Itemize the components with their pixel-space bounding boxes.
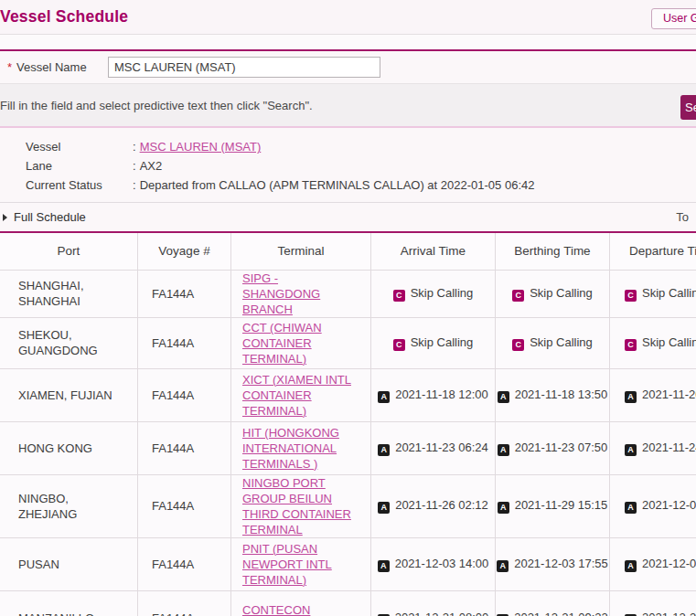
time-text: 2021-12-06 0: [642, 557, 696, 570]
schedule-time-cell: CSkip Calling: [371, 270, 496, 317]
vessel-summary: Vessel : MSC LAUREN (MSAT) Lane : AX2 Cu…: [0, 128, 696, 203]
column-header-departure-time: Departure Time: [610, 232, 696, 270]
current-status-value: Departed from CALLAO (APM TERMINALS CALL…: [140, 175, 535, 195]
schedule-row: SHANGHAI, SHANGHAIFA144ASIPG - SHANGDONG…: [0, 270, 696, 317]
search-button[interactable]: Se: [680, 95, 696, 120]
skip-calling-icon: C: [625, 339, 637, 351]
schedule-row: MANZANILLOFA144ACONTECON MANZANILLOA2021…: [0, 590, 696, 616]
triangle-right-icon: [3, 214, 7, 221]
actual-time-icon: A: [625, 444, 637, 456]
time-text: 2021-12-21 09:22: [514, 611, 608, 616]
skip-calling-icon: C: [512, 290, 524, 302]
full-schedule-toggle[interactable]: Full Schedule To: [0, 203, 696, 231]
time-text: Skip Calling: [642, 335, 696, 349]
summary-separator: :: [133, 175, 136, 195]
time-text: 2021-11-23 07:50: [515, 441, 608, 454]
skip-calling-icon: C: [393, 339, 405, 351]
voyage-cell: FA144A: [138, 474, 231, 537]
schedule-time-cell: A2021-12-06 0: [610, 537, 696, 590]
terminal-cell: HIT (HONGKONG INTERNATIONAL TERMINALS ): [231, 421, 371, 474]
actual-time-icon: A: [497, 560, 509, 572]
schedule-time-cell: CSkip Calling: [496, 317, 610, 368]
time-text: 2021-12-03 17:55: [514, 557, 608, 570]
terminal-link[interactable]: CCT (CHIWAN CONTAINER TERMINAL): [242, 321, 322, 366]
vessel-name-input[interactable]: [108, 57, 380, 78]
terminal-link[interactable]: CONTECON MANZANILLO: [242, 603, 318, 616]
voyage-cell: FA144A: [138, 270, 231, 317]
actual-time-icon: A: [625, 391, 637, 403]
instruction-text: Fill in the field and select predictive …: [0, 99, 313, 112]
time-text: 2021-11-29 15:15: [515, 498, 608, 512]
time-text: Skip Calling: [530, 335, 593, 349]
schedule-time-cell: A2021-12-21 09:22: [496, 590, 610, 616]
port-cell: NINGBO, ZHEJIANG: [0, 474, 138, 537]
schedule-row: PUSANFA144APNIT (PUSAN NEWPORT INTL TERM…: [0, 537, 696, 590]
time-text: 2021-12-23 1: [642, 611, 696, 616]
terminal-link[interactable]: NINGBO PORT GROUP BEILUN THIRD CONTAINER…: [242, 476, 351, 536]
time-text: Skip Calling: [411, 335, 474, 349]
port-cell: MANZANILLO: [0, 590, 138, 616]
actual-time-icon: A: [498, 444, 509, 456]
port-cell: SHANGHAI, SHANGHAI: [0, 270, 138, 317]
summary-separator: :: [133, 156, 136, 175]
terminal-cell: SIPG - SHANGDONG BRANCH: [231, 270, 371, 317]
summary-label: Lane: [26, 156, 133, 175]
actual-time-icon: A: [625, 560, 637, 572]
time-text: 2021-11-20 1: [642, 388, 696, 401]
schedule-time-cell: A2021-11-26 02:12: [371, 474, 496, 537]
time-text: 2021-11-23 06:24: [395, 441, 488, 454]
voyage-cell: FA144A: [138, 590, 231, 616]
skip-calling-icon: C: [512, 339, 524, 351]
page-header: Vessel Schedule User G: [0, 0, 696, 35]
actual-time-icon: A: [498, 391, 509, 403]
column-header-arrival-time: Arrival Time: [371, 232, 496, 270]
required-asterisk: *: [7, 60, 12, 74]
terminal-link[interactable]: PNIT (PUSAN NEWPORT INTL TERMINAL): [242, 542, 332, 587]
terminal-cell: CONTECON MANZANILLO: [231, 590, 371, 616]
lane-value: AX2: [140, 156, 163, 175]
page-title: Vessel Schedule: [0, 7, 128, 27]
schedule-time-cell: A2021-11-18 12:00: [371, 368, 496, 421]
time-text: 2021-11-24 1: [642, 441, 696, 454]
schedule-row: NINGBO, ZHEJIANGFA144ANINGBO PORT GROUP …: [0, 474, 696, 537]
time-text: 2021-11-18 12:00: [395, 388, 488, 401]
schedule-time-cell: A2021-11-20 1: [610, 368, 696, 421]
vessel-link[interactable]: MSC LAUREN (MSAT): [140, 137, 262, 156]
instruction-strip: Fill in the field and select predictive …: [0, 83, 696, 128]
schedule-row: XIAMEN, FUJIANFA144AXICT (XIAMEN INTL CO…: [0, 368, 696, 421]
skip-calling-icon: C: [625, 290, 637, 302]
terminal-link[interactable]: HIT (HONGKONG INTERNATIONAL TERMINALS ): [242, 426, 339, 471]
actual-time-icon: A: [498, 502, 509, 514]
actual-time-icon: A: [378, 502, 390, 514]
port-cell: XIAMEN, FUJIAN: [0, 368, 138, 421]
schedule-time-cell: CSkip Calling: [610, 270, 696, 317]
schedule-time-cell: A2021-11-24 1: [610, 421, 696, 474]
schedule-time-cell: A2021-12-03 17:55: [496, 537, 610, 590]
actual-time-icon: A: [625, 502, 637, 514]
skip-calling-icon: C: [393, 290, 405, 302]
terminal-cell: CCT (CHIWAN CONTAINER TERMINAL): [231, 317, 371, 368]
header-divider-band: [0, 35, 696, 51]
voyage-cell: FA144A: [138, 368, 231, 421]
actual-time-icon: A: [378, 444, 390, 456]
port-cell: SHEKOU, GUANGDONG: [0, 317, 138, 368]
user-guide-button[interactable]: User G: [651, 8, 696, 29]
schedule-bar-right-text: To: [676, 210, 689, 224]
terminal-cell: NINGBO PORT GROUP BEILUN THIRD CONTAINER…: [231, 474, 371, 537]
schedule-time-cell: A2021-11-29 15:15: [496, 474, 610, 537]
terminal-link[interactable]: SIPG - SHANGDONG BRANCH: [242, 271, 320, 316]
actual-time-icon: A: [378, 560, 390, 572]
schedule-time-cell: A2021-11-23 07:50: [496, 421, 610, 474]
schedule-row: HONG KONGFA144AHIT (HONGKONG INTERNATION…: [0, 421, 696, 474]
terminal-cell: XICT (XIAMEN INTL CONTAINER TERMINAL): [231, 368, 371, 421]
terminal-link[interactable]: XICT (XIAMEN INTL CONTAINER TERMINAL): [242, 373, 351, 418]
voyage-cell: FA144A: [138, 537, 231, 590]
vessel-search-form: * Vessel Name: [0, 51, 696, 83]
port-cell: HONG KONG: [0, 421, 138, 474]
table-header-row: PortVoyage #TerminalArrival TimeBerthing…: [0, 232, 696, 270]
summary-label: Current Status: [26, 175, 133, 195]
vessel-name-label-text: Vessel Name: [16, 60, 87, 74]
time-text: 2021-12-03 14:00: [395, 557, 489, 570]
voyage-cell: FA144A: [138, 317, 231, 368]
time-text: 2021-11-18 13:50: [515, 388, 608, 401]
